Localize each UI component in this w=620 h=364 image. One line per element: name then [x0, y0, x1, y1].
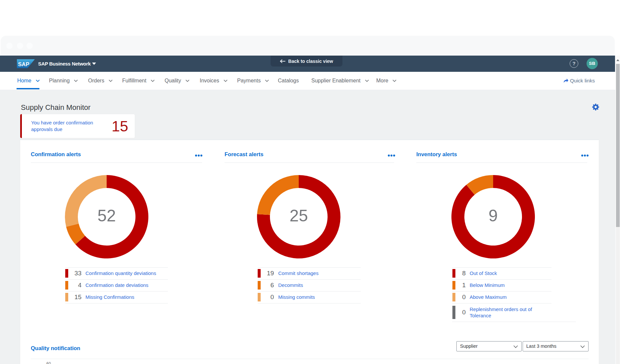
- svg-text:SAP: SAP: [18, 61, 29, 67]
